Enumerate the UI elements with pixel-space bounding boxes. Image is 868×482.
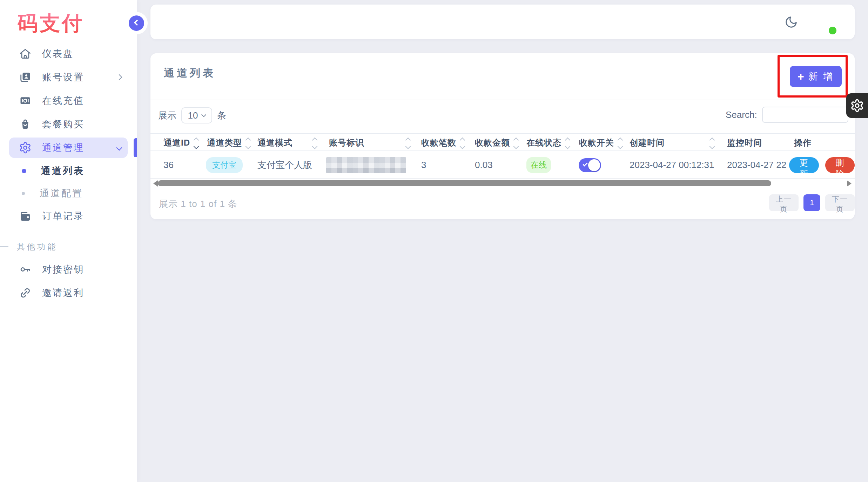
add-channel-button[interactable]: + 新 增 bbox=[790, 66, 842, 87]
column-header-created-at[interactable]: 创建时间 bbox=[630, 134, 714, 152]
scroll-right-arrow-icon[interactable] bbox=[847, 180, 852, 187]
chevron-left-icon bbox=[134, 19, 140, 26]
sidebar-item-channel-management[interactable]: 通道管理 bbox=[9, 138, 128, 158]
online-status-badge: 在线 bbox=[526, 157, 551, 173]
column-header-monitor-at[interactable]: 监控时间 bbox=[727, 134, 762, 152]
sidebar: 码支付 仪表盘 账号设置 在线充值 bbox=[0, 0, 137, 482]
column-header-channel-type[interactable]: 通道类型 bbox=[207, 134, 250, 152]
sidebar-item-api-keys[interactable]: 对接密钥 bbox=[9, 259, 128, 280]
gear-icon bbox=[19, 141, 33, 154]
cell-online-status: 在线 bbox=[526, 151, 551, 179]
table-header-row: 通道ID 通道类型 通道模式 账号标识 收款笔数 bbox=[150, 133, 855, 151]
sidebar-item-online-recharge[interactable]: 在线充值 bbox=[9, 91, 128, 111]
wallet-icon bbox=[19, 210, 33, 222]
sort-icon bbox=[710, 138, 714, 148]
prev-page-button[interactable]: 上一页 bbox=[769, 194, 799, 211]
scroll-left-arrow-icon[interactable] bbox=[153, 180, 158, 187]
user-avatar[interactable] bbox=[812, 11, 835, 34]
channel-list-card: 通道列表 + 新 增 展示 10 条 Search: bbox=[150, 53, 855, 219]
dark-mode-toggle[interactable] bbox=[785, 15, 798, 29]
bullet-dot-icon bbox=[22, 169, 26, 173]
cell-channel-id: 36 bbox=[163, 151, 174, 179]
sidebar-item-dashboard[interactable]: 仪表盘 bbox=[9, 43, 128, 64]
column-label: 通道模式 bbox=[257, 137, 292, 148]
section-divider bbox=[0, 246, 8, 247]
chevron-down-icon bbox=[201, 112, 206, 117]
column-header-actions: 操作 bbox=[794, 134, 812, 152]
online-status-dot bbox=[829, 27, 836, 34]
column-label: 在线状态 bbox=[526, 137, 561, 148]
table-row: 36 支付宝 支付宝个人版 3 0.03 在线 bbox=[150, 151, 855, 179]
channel-type-badge: 支付宝 bbox=[206, 157, 243, 173]
column-label: 操作 bbox=[794, 137, 812, 148]
delete-button[interactable]: 删除 bbox=[825, 157, 855, 173]
topbar bbox=[150, 5, 855, 39]
table-horizontal-scrollbar[interactable] bbox=[150, 180, 855, 187]
sidebar-collapse-button[interactable] bbox=[129, 15, 144, 31]
shopping-bag-icon bbox=[19, 118, 33, 130]
sidebar-item-label: 仪表盘 bbox=[42, 47, 74, 60]
sidebar-subitem-label: 通道列表 bbox=[41, 165, 85, 177]
cell-monitor-at: 2023-04-27 22 bbox=[727, 151, 786, 179]
sidebar-item-label: 对接密钥 bbox=[42, 263, 84, 276]
divider bbox=[150, 100, 855, 100]
sort-icon bbox=[246, 138, 250, 148]
column-header-account-id[interactable]: 账号标识 bbox=[329, 134, 410, 152]
bullet-dot-icon bbox=[22, 192, 25, 195]
sidebar-item-account-settings[interactable]: 账号设置 bbox=[9, 67, 128, 87]
sort-icon bbox=[566, 138, 570, 148]
sidebar-subitem-channel-list[interactable]: 通道列表 bbox=[9, 161, 128, 181]
column-label: 通道类型 bbox=[207, 137, 242, 148]
search-control: Search: bbox=[726, 107, 848, 123]
active-item-indicator bbox=[134, 138, 137, 157]
cell-actions: 更新 删除 bbox=[789, 151, 855, 179]
page-length-select[interactable]: 10 bbox=[181, 107, 212, 123]
cell-channel-mode: 支付宝个人版 bbox=[257, 151, 312, 179]
column-label: 账号标识 bbox=[329, 137, 364, 148]
column-label: 监控时间 bbox=[727, 137, 762, 148]
moon-icon bbox=[785, 15, 798, 29]
sort-icon bbox=[406, 138, 410, 148]
add-button-label: 新 增 bbox=[808, 70, 834, 83]
banknote-icon bbox=[19, 94, 33, 107]
sidebar-item-package-purchase[interactable]: 套餐购买 bbox=[9, 114, 128, 134]
sort-icon bbox=[313, 138, 317, 148]
gear-icon bbox=[850, 99, 864, 113]
section-label: 其他功能 bbox=[17, 241, 58, 252]
sort-icon bbox=[514, 138, 518, 148]
sidebar-item-invite-rebate[interactable]: 邀请返利 bbox=[9, 283, 128, 303]
payment-switch-toggle[interactable] bbox=[579, 158, 601, 172]
sidebar-menu: 仪表盘 账号设置 在线充值 套餐购买 bbox=[0, 43, 137, 306]
check-icon bbox=[583, 161, 587, 166]
sidebar-item-order-records[interactable]: 订单记录 bbox=[9, 206, 128, 226]
scrollbar-thumb[interactable] bbox=[158, 180, 771, 186]
sort-icon bbox=[194, 138, 198, 148]
id-card-icon bbox=[19, 71, 33, 83]
pagination: 上一页 1 下一页 bbox=[769, 194, 855, 211]
column-header-payments-count[interactable]: 收款笔数 bbox=[421, 134, 464, 152]
sort-icon bbox=[460, 138, 464, 148]
settings-fab-button[interactable] bbox=[846, 93, 868, 118]
home-icon bbox=[19, 47, 33, 60]
column-label: 创建时间 bbox=[630, 137, 665, 148]
app-logo: 码支付 bbox=[18, 10, 84, 37]
search-input[interactable] bbox=[762, 107, 848, 123]
update-button[interactable]: 更新 bbox=[789, 157, 819, 173]
column-header-channel-mode[interactable]: 通道模式 bbox=[257, 134, 317, 152]
sidebar-subitem-channel-config[interactable]: 通道配置 bbox=[9, 183, 128, 203]
cell-account-id bbox=[326, 151, 406, 179]
sidebar-subitem-label: 通道配置 bbox=[40, 187, 83, 200]
column-label: 收款金额 bbox=[475, 137, 510, 148]
account-id-masked bbox=[326, 157, 406, 173]
length-suffix-label: 条 bbox=[217, 109, 226, 122]
sidebar-item-label: 邀请返利 bbox=[42, 287, 84, 299]
column-header-online-status[interactable]: 在线状态 bbox=[526, 134, 570, 152]
column-header-payments-amount[interactable]: 收款金额 bbox=[475, 134, 518, 152]
cell-channel-type: 支付宝 bbox=[206, 151, 243, 179]
column-header-channel-id[interactable]: 通道ID bbox=[163, 134, 198, 152]
next-page-button[interactable]: 下一页 bbox=[825, 194, 855, 211]
current-page-button[interactable]: 1 bbox=[803, 194, 820, 211]
toggle-knob bbox=[588, 159, 600, 171]
column-header-payment-switch[interactable]: 收款开关 bbox=[579, 134, 622, 152]
link-icon bbox=[19, 287, 33, 299]
